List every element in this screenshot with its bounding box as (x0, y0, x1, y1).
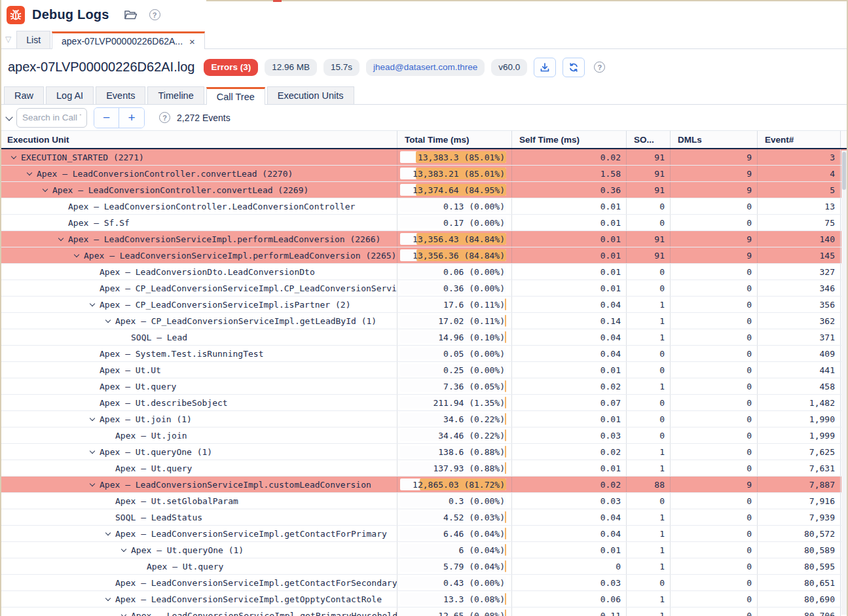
expand-all-button[interactable]: + (119, 108, 144, 128)
total-time-value: 6 (0.04%) (459, 545, 506, 555)
execution-unit-cell: Apex – CP_LeadConversionServiceImpl.CP_L… (0, 280, 397, 296)
table-row[interactable]: Apex – CP_LeadConversionServiceImpl.isPa… (0, 297, 848, 313)
table-row[interactable]: Apex – Ut.describeSobject211.94 (1.35%)0… (0, 395, 848, 411)
chevron-down-icon[interactable] (121, 611, 126, 616)
table-row[interactable]: Apex – Ut.join (1)34.6 (0.22%)0.01001,99… (0, 411, 848, 427)
chevron-down-icon[interactable] (11, 153, 16, 158)
chevron-down-icon[interactable] (90, 448, 95, 453)
execution-unit-cell: SOQL – Lead (0, 329, 397, 345)
errors-badge[interactable]: Errors (3) (204, 59, 258, 76)
table-row[interactable]: Apex – LeadConversionController.convertL… (0, 166, 848, 182)
refresh-button[interactable] (562, 58, 585, 77)
table-row[interactable]: Apex – CP_LeadConversionServiceImpl.getL… (0, 313, 848, 329)
filter-icon[interactable]: ▽ (5, 35, 11, 44)
chevron-down-icon[interactable] (74, 251, 79, 257)
execution-unit-label: Apex – LeadConversionServiceImpl.perform… (68, 234, 380, 244)
execution-unit-label: SOQL – LeadStatus (115, 513, 202, 522)
table-row[interactable]: Apex – LeadConversionController.LeadConv… (0, 198, 848, 215)
chevron-down-icon[interactable] (105, 317, 111, 322)
total-time-value: 13,356.36 (84.84%) (413, 251, 506, 261)
window-tab-strip: ▽ List apex-07LVP00000226D62A... × (0, 29, 848, 49)
tab-timeline[interactable]: Timeline (147, 86, 204, 104)
col-execution-unit[interactable]: Execution Unit (0, 131, 397, 148)
app-bar: Debug Logs ? (0, 0, 848, 29)
soqls-cell: 91 (626, 182, 670, 198)
table-row[interactable]: Apex – LeadConversionServiceImpl.customL… (0, 477, 848, 493)
table-row[interactable]: Apex – LeadConversionController.convertL… (0, 182, 848, 198)
chevron-down-icon[interactable] (5, 113, 12, 120)
table-row[interactable]: Apex – Sf.Sf0.17 (0.00%)0.010075 (0, 215, 848, 231)
size-badge: 12.96 MB (265, 59, 317, 76)
total-time-cell: 137.93 (0.88%) (397, 460, 511, 476)
chevron-down-icon[interactable] (27, 170, 32, 175)
total-time-value: 211.94 (1.35%) (433, 398, 506, 408)
table-row[interactable]: Apex – LeadConversionServiceImpl.perform… (0, 231, 848, 247)
table-row[interactable]: Apex – Ut.query7.36 (0.05%)0.0210458 (0, 378, 848, 395)
table-row[interactable]: Apex – CP_LeadConversionServiceImpl.CP_L… (0, 280, 848, 297)
table-row[interactable]: Apex – LeadConversionServiceImpl.getOppt… (0, 591, 848, 607)
collapse-all-button[interactable]: − (94, 108, 119, 128)
tab-raw[interactable]: Raw (4, 86, 44, 104)
tab-call-tree[interactable]: Call Tree (206, 87, 265, 105)
self-time-cell: 0.04 (511, 297, 626, 312)
table-row[interactable]: Apex – LeadConversionServiceImpl.getCont… (0, 526, 848, 542)
chevron-down-icon[interactable] (90, 415, 95, 420)
table-row[interactable]: Apex – LeadConversionServiceImpl.perform… (0, 247, 848, 264)
table-row[interactable]: SOQL – LeadStatus4.52 (0.03%)0.04107,939 (0, 509, 848, 526)
chevron-slot (54, 238, 68, 240)
col-soqls[interactable]: SO... (626, 131, 670, 148)
help-button[interactable]: ? (149, 9, 160, 20)
table-row[interactable]: Apex – LeadConversionDto.LeadConversionD… (0, 264, 848, 280)
table-row[interactable]: Apex – System.Test.isRunningTest0.05 (0.… (0, 346, 848, 362)
total-time-value: 0.13 (0.00%) (443, 202, 506, 211)
user-badge[interactable]: jhead@datasert.com.three (366, 59, 485, 76)
vertical-scrollbar[interactable] (841, 151, 847, 615)
table-row[interactable]: Apex – Ut.query5.79 (0.04%)01080,595 (0, 558, 848, 575)
tab-log-ai[interactable]: Log AI (46, 86, 94, 104)
col-dmls[interactable]: DMLs (670, 131, 757, 148)
open-folder-button[interactable] (124, 9, 138, 20)
execution-unit-label: Apex – CP_LeadConversionServiceImpl.isPa… (100, 300, 351, 310)
chevron-down-icon[interactable] (105, 530, 111, 535)
col-event[interactable]: Event# (757, 131, 840, 148)
col-total-time[interactable]: Total Time (ms) (397, 131, 511, 148)
execution-unit-cell: Apex – Ut.query (0, 558, 397, 574)
table-row[interactable]: Apex – Ut.Ut0.25 (0.00%)0.0100441 (0, 362, 848, 378)
soqls-cell: 1 (626, 444, 670, 460)
chevron-down-icon[interactable] (90, 300, 95, 306)
tab-list[interactable]: List (16, 31, 50, 48)
tab-log-file[interactable]: apex-07LVP00000226D62A... × (52, 31, 205, 49)
table-row[interactable]: EXECUTION_STARTED (2271)13,383.3 (85.01%… (0, 149, 848, 166)
chevron-down-icon[interactable] (58, 235, 64, 240)
table-row[interactable]: Apex – Ut.queryOne (1)6 (0.04%)0.011080,… (0, 542, 848, 558)
question-icon[interactable]: ? (159, 112, 170, 123)
table-row[interactable]: Apex – Ut.setGlobalParam0.3 (0.00%)0.030… (0, 493, 848, 509)
chevron-down-icon[interactable] (105, 595, 111, 600)
search-input[interactable] (16, 108, 87, 128)
total-time-value: 7.36 (0.05%) (443, 382, 506, 391)
scrollbar-thumb[interactable] (842, 152, 846, 190)
self-time-cell: 0.02 (511, 444, 626, 460)
table-row[interactable]: Apex – Ut.join34.46 (0.22%)0.03001,999 (0, 427, 848, 444)
chevron-slot (85, 418, 100, 420)
log-help-button[interactable]: ? (591, 62, 605, 73)
col-self-time[interactable]: Self Time (ms) (511, 131, 626, 148)
total-time-cell: 34.46 (0.22%) (397, 427, 511, 443)
self-time-cell: 0.01 (511, 215, 626, 230)
event-cell: 80,572 (757, 526, 840, 541)
table-row[interactable]: Apex – Ut.queryOne (1)138.6 (0.88%)0.021… (0, 444, 848, 460)
execution-unit-label: Apex – Sf.Sf (68, 218, 130, 228)
tab-events[interactable]: Events (96, 86, 145, 104)
app-logo (7, 6, 25, 24)
tab-execution-units[interactable]: Execution Units (267, 86, 354, 104)
table-row[interactable]: SOQL – Lead14.96 (0.10%)0.0410371 (0, 329, 848, 346)
close-icon[interactable]: × (189, 36, 195, 47)
chevron-slot (85, 451, 100, 453)
chevron-down-icon[interactable] (90, 480, 95, 486)
table-row[interactable]: Apex – LeadConversionServiceImpl.getCont… (0, 575, 848, 591)
table-row[interactable]: Apex – Ut.query137.93 (0.88%)0.01107,631 (0, 460, 848, 477)
download-button[interactable] (534, 58, 556, 77)
chevron-down-icon[interactable] (43, 186, 48, 191)
chevron-down-icon[interactable] (121, 546, 126, 551)
table-row[interactable]: Apex – LeadConversionServiceImpl.getPrim… (0, 607, 848, 616)
